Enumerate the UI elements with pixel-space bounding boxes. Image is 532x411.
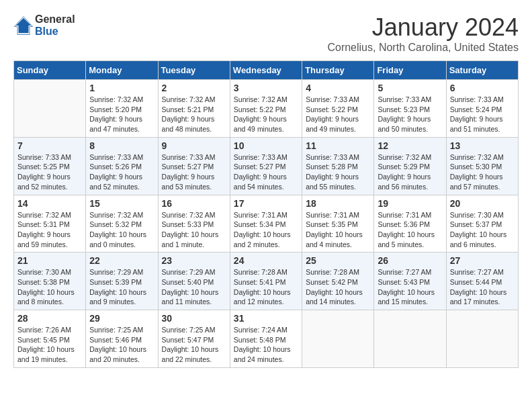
day-info: Sunrise: 7:25 AMSunset: 5:47 PMDaylight:… xyxy=(162,325,226,365)
day-info: Sunrise: 7:33 AMSunset: 5:25 PMDaylight:… xyxy=(17,152,82,192)
day-number: 11 xyxy=(306,140,370,151)
day-info: Sunrise: 7:29 AMSunset: 5:39 PMDaylight:… xyxy=(89,267,154,307)
day-number: 30 xyxy=(162,313,226,324)
calendar-cell: 28Sunrise: 7:26 AMSunset: 5:45 PMDayligh… xyxy=(14,310,86,368)
calendar-cell: 12Sunrise: 7:32 AMSunset: 5:29 PMDayligh… xyxy=(374,137,446,195)
calendar-cell: 5Sunrise: 7:33 AMSunset: 5:23 PMDaylight… xyxy=(374,80,446,138)
day-number: 23 xyxy=(162,255,226,266)
day-of-week-header: Monday xyxy=(86,61,158,80)
calendar-cell: 29Sunrise: 7:25 AMSunset: 5:46 PMDayligh… xyxy=(86,310,158,368)
calendar-cell: 10Sunrise: 7:33 AMSunset: 5:27 PMDayligh… xyxy=(230,137,302,195)
calendar-week-row: 7Sunrise: 7:33 AMSunset: 5:25 PMDaylight… xyxy=(14,137,519,195)
day-info: Sunrise: 7:26 AMSunset: 5:45 PMDaylight:… xyxy=(17,325,82,365)
calendar-cell: 31Sunrise: 7:24 AMSunset: 5:48 PMDayligh… xyxy=(230,310,302,368)
calendar-cell xyxy=(374,310,446,368)
day-number: 4 xyxy=(306,83,370,93)
calendar-cell: 18Sunrise: 7:31 AMSunset: 5:35 PMDayligh… xyxy=(302,195,374,253)
calendar-week-row: 1Sunrise: 7:32 AMSunset: 5:20 PMDaylight… xyxy=(14,80,519,138)
calendar-cell: 16Sunrise: 7:32 AMSunset: 5:33 PMDayligh… xyxy=(158,195,230,253)
calendar-cell: 7Sunrise: 7:33 AMSunset: 5:25 PMDaylight… xyxy=(14,137,86,195)
location-title: Cornelius, North Carolina, United States xyxy=(327,42,519,54)
calendar-cell: 21Sunrise: 7:30 AMSunset: 5:38 PMDayligh… xyxy=(14,253,86,310)
day-info: Sunrise: 7:31 AMSunset: 5:36 PMDaylight:… xyxy=(378,210,442,250)
calendar-cell: 14Sunrise: 7:32 AMSunset: 5:31 PMDayligh… xyxy=(14,195,86,253)
calendar-week-row: 21Sunrise: 7:30 AMSunset: 5:38 PMDayligh… xyxy=(14,253,519,310)
day-number: 15 xyxy=(89,198,154,209)
svg-marker-0 xyxy=(16,18,32,34)
calendar-cell: 11Sunrise: 7:33 AMSunset: 5:28 PMDayligh… xyxy=(302,137,374,195)
day-number: 17 xyxy=(234,198,298,209)
day-info: Sunrise: 7:32 AMSunset: 5:20 PMDaylight:… xyxy=(89,95,154,134)
calendar-cell xyxy=(302,310,374,368)
logo-icon xyxy=(13,15,34,36)
calendar-cell: 15Sunrise: 7:32 AMSunset: 5:32 PMDayligh… xyxy=(86,195,158,253)
day-info: Sunrise: 7:33 AMSunset: 5:24 PMDaylight:… xyxy=(450,95,515,134)
day-number: 31 xyxy=(234,313,298,324)
day-info: Sunrise: 7:32 AMSunset: 5:21 PMDaylight:… xyxy=(162,95,226,134)
calendar-cell: 1Sunrise: 7:32 AMSunset: 5:20 PMDaylight… xyxy=(86,80,158,138)
day-info: Sunrise: 7:33 AMSunset: 5:26 PMDaylight:… xyxy=(89,152,154,192)
calendar-cell xyxy=(14,80,86,138)
day-number: 1 xyxy=(89,83,154,93)
calendar-week-row: 14Sunrise: 7:32 AMSunset: 5:31 PMDayligh… xyxy=(14,195,519,253)
day-info: Sunrise: 7:32 AMSunset: 5:32 PMDaylight:… xyxy=(89,210,154,250)
day-number: 8 xyxy=(89,140,154,151)
calendar-cell: 13Sunrise: 7:32 AMSunset: 5:30 PMDayligh… xyxy=(446,137,518,195)
day-number: 7 xyxy=(17,140,82,151)
day-number: 6 xyxy=(450,83,515,93)
day-info: Sunrise: 7:25 AMSunset: 5:46 PMDaylight:… xyxy=(89,325,154,365)
calendar-cell: 4Sunrise: 7:33 AMSunset: 5:22 PMDaylight… xyxy=(302,80,374,138)
day-info: Sunrise: 7:32 AMSunset: 5:30 PMDaylight:… xyxy=(450,152,515,192)
calendar-cell: 25Sunrise: 7:28 AMSunset: 5:42 PMDayligh… xyxy=(302,253,374,310)
calendar-cell: 30Sunrise: 7:25 AMSunset: 5:47 PMDayligh… xyxy=(158,310,230,368)
calendar-cell: 24Sunrise: 7:28 AMSunset: 5:41 PMDayligh… xyxy=(230,253,302,310)
day-number: 18 xyxy=(306,198,370,209)
day-info: Sunrise: 7:33 AMSunset: 5:27 PMDaylight:… xyxy=(162,152,226,192)
day-number: 5 xyxy=(378,83,442,93)
day-number: 19 xyxy=(378,198,442,209)
logo: General Blue xyxy=(13,13,75,38)
day-info: Sunrise: 7:31 AMSunset: 5:34 PMDaylight:… xyxy=(234,210,298,250)
day-number: 26 xyxy=(378,255,442,266)
month-title: January 2024 xyxy=(327,13,519,42)
day-info: Sunrise: 7:29 AMSunset: 5:40 PMDaylight:… xyxy=(162,267,226,307)
day-of-week-header: Saturday xyxy=(446,61,518,80)
day-number: 21 xyxy=(17,255,82,266)
day-info: Sunrise: 7:30 AMSunset: 5:37 PMDaylight:… xyxy=(450,210,515,250)
day-info: Sunrise: 7:32 AMSunset: 5:33 PMDaylight:… xyxy=(162,210,226,250)
day-info: Sunrise: 7:33 AMSunset: 5:22 PMDaylight:… xyxy=(306,95,370,134)
day-info: Sunrise: 7:32 AMSunset: 5:29 PMDaylight:… xyxy=(378,152,442,192)
calendar-cell: 8Sunrise: 7:33 AMSunset: 5:26 PMDaylight… xyxy=(86,137,158,195)
calendar-header-row: SundayMondayTuesdayWednesdayThursdayFrid… xyxy=(14,61,519,80)
calendar-cell: 2Sunrise: 7:32 AMSunset: 5:21 PMDaylight… xyxy=(158,80,230,138)
day-info: Sunrise: 7:33 AMSunset: 5:28 PMDaylight:… xyxy=(306,152,370,192)
day-number: 16 xyxy=(162,198,226,209)
day-info: Sunrise: 7:28 AMSunset: 5:42 PMDaylight:… xyxy=(306,267,370,307)
calendar-cell: 22Sunrise: 7:29 AMSunset: 5:39 PMDayligh… xyxy=(86,253,158,310)
day-info: Sunrise: 7:28 AMSunset: 5:41 PMDaylight:… xyxy=(234,267,298,307)
day-number: 2 xyxy=(162,83,226,93)
day-info: Sunrise: 7:27 AMSunset: 5:44 PMDaylight:… xyxy=(450,267,515,307)
day-of-week-header: Tuesday xyxy=(158,61,230,80)
day-number: 14 xyxy=(17,198,82,209)
calendar-table: SundayMondayTuesdayWednesdayThursdayFrid… xyxy=(13,60,519,368)
logo-general: General xyxy=(35,13,75,25)
day-number: 29 xyxy=(89,313,154,324)
calendar-week-row: 28Sunrise: 7:26 AMSunset: 5:45 PMDayligh… xyxy=(14,310,519,368)
calendar-cell: 23Sunrise: 7:29 AMSunset: 5:40 PMDayligh… xyxy=(158,253,230,310)
day-info: Sunrise: 7:24 AMSunset: 5:48 PMDaylight:… xyxy=(234,325,298,365)
day-number: 24 xyxy=(234,255,298,266)
page-header: General Blue January 2024 Cornelius, Nor… xyxy=(13,13,519,54)
day-number: 9 xyxy=(162,140,226,151)
calendar-cell: 6Sunrise: 7:33 AMSunset: 5:24 PMDaylight… xyxy=(446,80,518,138)
day-info: Sunrise: 7:32 AMSunset: 5:31 PMDaylight:… xyxy=(17,210,82,250)
day-of-week-header: Wednesday xyxy=(230,61,302,80)
day-of-week-header: Thursday xyxy=(302,61,374,80)
logo-blue: Blue xyxy=(35,26,58,37)
day-of-week-header: Friday xyxy=(374,61,446,80)
day-number: 22 xyxy=(89,255,154,266)
day-info: Sunrise: 7:27 AMSunset: 5:43 PMDaylight:… xyxy=(378,267,442,307)
calendar-cell: 19Sunrise: 7:31 AMSunset: 5:36 PMDayligh… xyxy=(374,195,446,253)
day-number: 27 xyxy=(450,255,515,266)
day-info: Sunrise: 7:32 AMSunset: 5:22 PMDaylight:… xyxy=(234,95,298,134)
